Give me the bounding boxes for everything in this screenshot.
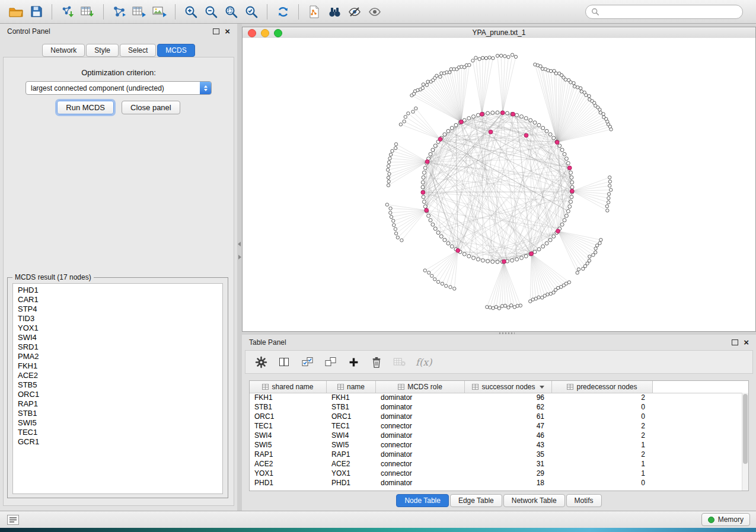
export-image-button[interactable] — [149, 3, 170, 21]
table-cell[interactable]: 2 — [552, 393, 653, 402]
mcds-result-list[interactable]: PHD1CAR1STP4TID3YOX1SWI4SRD1PMA2FKH1ACE2… — [12, 283, 223, 494]
table-row[interactable]: ORC1ORC1dominator610 — [250, 412, 742, 421]
table-row[interactable]: SWI5SWI5connector431 — [250, 440, 742, 450]
run-mcds-button[interactable]: Run MCDS — [57, 101, 114, 114]
table-row[interactable]: ACE2ACE2connector311 — [250, 459, 742, 469]
table-cell[interactable]: 62 — [465, 403, 552, 411]
table-cell[interactable]: dominator — [376, 412, 465, 421]
show-panels-button[interactable] — [6, 512, 20, 527]
table-tab-edge-table[interactable]: Edge Table — [450, 494, 502, 507]
mcds-result-item[interactable]: TID3 — [18, 314, 222, 323]
table-cell[interactable]: 46 — [465, 431, 552, 440]
open-session-button[interactable] — [6, 3, 26, 21]
table-cell[interactable]: SWI5 — [327, 441, 376, 449]
mcds-result-item[interactable]: ACE2 — [18, 371, 222, 380]
table-settings-button[interactable] — [254, 355, 268, 369]
column-header-shared-name[interactable]: shared name — [250, 381, 327, 393]
float-table-panel-button[interactable] — [732, 339, 738, 345]
table-cell[interactable]: 29 — [465, 469, 552, 477]
zoom-selected-button[interactable] — [241, 3, 261, 21]
network-canvas[interactable] — [243, 38, 755, 331]
table-cell[interactable]: dominator — [376, 479, 465, 487]
network-titlebar[interactable]: YPA_prune.txt_1 — [243, 27, 755, 39]
tab-network[interactable]: Network — [42, 44, 85, 57]
table-cell[interactable]: 0 — [552, 403, 653, 411]
tab-mcds[interactable]: MCDS — [157, 44, 194, 57]
tab-style[interactable]: Style — [86, 44, 119, 57]
table-cell[interactable]: FKH1 — [250, 393, 327, 402]
table-cell[interactable]: ACE2 — [327, 460, 376, 468]
mcds-result-item[interactable]: ORC1 — [18, 390, 222, 399]
table-cell[interactable]: dominator — [376, 450, 465, 459]
table-cell[interactable]: 1 — [552, 460, 653, 468]
table-cell[interactable]: ORC1 — [250, 412, 327, 421]
table-cell[interactable]: 43 — [465, 441, 552, 449]
mcds-result-item[interactable]: SWI4 — [18, 333, 222, 342]
split-panel-button[interactable] — [277, 355, 291, 369]
mcds-result-item[interactable]: STB5 — [18, 380, 222, 390]
column-header-predecessor-nodes[interactable]: predecessor nodes — [552, 381, 653, 393]
table-cell[interactable]: 1 — [552, 469, 653, 477]
table-tab-motifs[interactable]: Motifs — [566, 494, 602, 507]
mcds-result-item[interactable]: STB1 — [18, 409, 222, 418]
save-session-button[interactable] — [26, 3, 46, 21]
table-cell[interactable]: 35 — [465, 450, 552, 459]
table-cell[interactable]: PHD1 — [250, 479, 327, 487]
table-row[interactable]: YOX1YOX1connector291 — [250, 469, 742, 478]
table-cell[interactable]: 96 — [465, 393, 552, 402]
zoom-in-button[interactable] — [181, 3, 201, 21]
new-network-button[interactable] — [109, 3, 129, 21]
maximize-window-button[interactable] — [274, 29, 282, 37]
mcds-result-item[interactable]: FKH1 — [18, 361, 222, 371]
minimize-window-button[interactable] — [261, 29, 269, 37]
mcds-result-item[interactable]: SWI5 — [18, 418, 222, 428]
table-cell[interactable]: 1 — [552, 441, 653, 449]
column-header-MCDS-role[interactable]: MCDS role — [376, 381, 465, 393]
search-box[interactable] — [585, 5, 743, 19]
close-panel-button[interactable]: × — [225, 28, 230, 34]
table-cell[interactable]: STB1 — [250, 403, 327, 411]
table-cell[interactable]: YOX1 — [327, 469, 376, 477]
zoom-out-button[interactable] — [201, 3, 221, 21]
add-column-button[interactable] — [346, 355, 361, 369]
table-cell[interactable]: connector — [376, 422, 465, 430]
table-cell[interactable]: ACE2 — [250, 460, 327, 468]
table-cell[interactable]: dominator — [376, 431, 465, 440]
mcds-result-item[interactable]: RAP1 — [18, 399, 222, 409]
table-cell[interactable]: STB1 — [327, 403, 376, 411]
table-cell[interactable]: ORC1 — [327, 412, 376, 421]
table-cell[interactable]: RAP1 — [327, 450, 376, 459]
table-cell[interactable]: connector — [376, 441, 465, 449]
import-network-button[interactable] — [58, 3, 78, 21]
table-cell[interactable]: 18 — [465, 479, 552, 487]
search-input[interactable] — [603, 7, 737, 17]
scrollbar-thumb[interactable] — [743, 394, 748, 464]
table-cell[interactable]: YOX1 — [250, 469, 327, 477]
table-cell[interactable]: dominator — [376, 393, 465, 402]
table-cell[interactable]: 0 — [552, 412, 653, 421]
refresh-button[interactable] — [273, 3, 293, 21]
table-cell[interactable]: RAP1 — [250, 450, 327, 459]
delete-button[interactable] — [369, 355, 384, 369]
float-panel-button[interactable] — [213, 28, 219, 34]
table-row[interactable]: PHD1PHD1dominator180 — [250, 478, 742, 488]
deselect-all-button[interactable] — [323, 355, 337, 369]
close-table-panel-button[interactable]: × — [744, 339, 749, 345]
close-panel-button-mcds[interactable]: Close panel — [122, 101, 180, 114]
mcds-result-item[interactable]: YOX1 — [18, 323, 222, 333]
table-cell[interactable]: SWI4 — [327, 431, 376, 440]
table-cell[interactable]: 31 — [465, 460, 552, 468]
show-graphics-button[interactable] — [365, 3, 385, 21]
table-cell[interactable]: SWI4 — [250, 431, 327, 440]
table-cell[interactable]: 2 — [552, 431, 653, 440]
mcds-result-item[interactable]: PHD1 — [18, 286, 222, 295]
table-tab-node-table[interactable]: Node Table — [396, 494, 449, 507]
network-graph[interactable] — [243, 38, 755, 331]
table-row[interactable]: RAP1RAP1dominator352 — [250, 450, 742, 459]
table-row[interactable]: SWI4SWI4dominator462 — [250, 431, 742, 440]
mcds-result-item[interactable]: STP4 — [18, 305, 222, 314]
table-cell[interactable]: dominator — [376, 403, 465, 411]
table-row[interactable]: STB1STB1dominator620 — [250, 402, 742, 412]
table-cell[interactable]: TEC1 — [250, 422, 327, 430]
table-cell[interactable]: 0 — [552, 479, 653, 487]
